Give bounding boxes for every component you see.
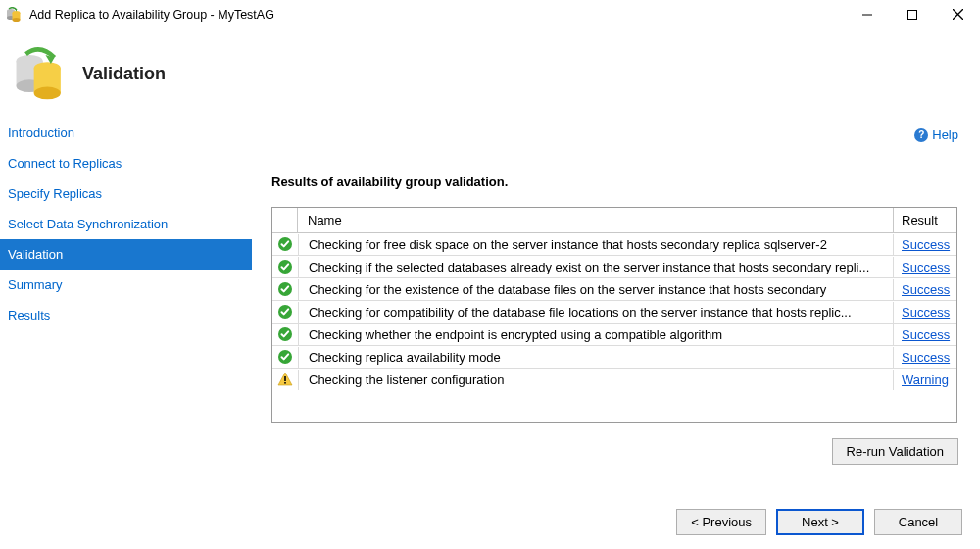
help-label: Help (932, 127, 958, 142)
sidebar-item-select-data-synchronization[interactable]: Select Data Synchronization (0, 209, 252, 239)
results-heading: Results of availability group validation… (271, 175, 962, 189)
table-row: Checking replica availability modeSucces… (272, 346, 956, 369)
page-title: Validation (82, 64, 166, 84)
svg-point-5 (13, 18, 21, 22)
validation-result-link[interactable]: Warning (894, 370, 956, 390)
table-row: Checking if the selected databases alrea… (272, 256, 956, 278)
grid-header: Name Result (272, 208, 956, 233)
success-icon (272, 324, 298, 345)
success-icon (272, 346, 298, 368)
maximize-button[interactable] (890, 0, 935, 29)
validation-result-link[interactable]: Success (894, 324, 956, 345)
wizard-main: ? Help Results of availability group val… (252, 118, 980, 490)
wizard-body: IntroductionConnect to ReplicasSpecify R… (0, 118, 980, 490)
success-icon (272, 256, 298, 277)
page-header: Validation (0, 29, 980, 118)
validation-rule-name: Checking if the selected databases alrea… (298, 257, 894, 277)
success-icon (272, 233, 298, 255)
grid-empty-space (272, 390, 956, 422)
sidebar-item-summary[interactable]: Summary (0, 270, 252, 300)
grid-header-result: Result (894, 208, 956, 232)
minimize-button[interactable] (845, 0, 890, 29)
validation-rule-name: Checking the listener configuration (298, 370, 894, 390)
success-icon (272, 278, 298, 300)
validation-rule-name: Checking replica availability mode (298, 347, 894, 368)
sidebar-item-introduction[interactable]: Introduction (0, 118, 252, 148)
rerun-validation-button[interactable]: Re-run Validation (832, 438, 958, 465)
validation-result-link[interactable]: Success (894, 302, 956, 323)
table-row: Checking for free disk space on the serv… (272, 233, 956, 256)
validation-result-link[interactable]: Success (894, 347, 956, 368)
sidebar-item-specify-replicas[interactable]: Specify Replicas (0, 178, 252, 209)
sidebar-item-connect-to-replicas[interactable]: Connect to Replicas (0, 148, 252, 178)
validation-rule-name: Checking for free disk space on the serv… (298, 234, 894, 255)
validation-rule-name: Checking for compatibility of the databa… (298, 302, 894, 323)
validation-result-link[interactable]: Success (894, 234, 956, 255)
window-title: Add Replica to Availability Group - MyTe… (29, 8, 845, 22)
validation-header-icon (12, 45, 69, 102)
warning-icon (272, 369, 298, 390)
previous-button[interactable]: < Previous (676, 509, 766, 535)
help-icon: ? (914, 128, 928, 142)
sidebar-item-validation[interactable]: Validation (0, 239, 252, 270)
close-button[interactable] (935, 0, 980, 29)
wizard-footer: < Previous Next > Cancel (676, 509, 962, 535)
svg-point-15 (34, 87, 61, 100)
validation-grid: Name Result Checking for free disk space… (271, 207, 957, 423)
table-row: Checking whether the endpoint is encrypt… (272, 324, 956, 346)
table-row: Checking for compatibility of the databa… (272, 301, 956, 324)
window-titlebar: Add Replica to Availability Group - MyTe… (0, 0, 980, 29)
table-row: Checking the listener configurationWarni… (272, 369, 956, 390)
validation-rule-name: Checking for the existence of the databa… (298, 279, 894, 300)
validation-rule-name: Checking whether the endpoint is encrypt… (298, 324, 894, 345)
svg-rect-23 (284, 382, 286, 384)
success-icon (272, 301, 298, 323)
svg-rect-22 (284, 376, 286, 381)
app-icon (6, 7, 22, 23)
grid-header-icon-col (272, 208, 298, 232)
next-button[interactable]: Next > (776, 509, 864, 535)
sidebar-item-results[interactable]: Results (0, 300, 252, 330)
table-row: Checking for the existence of the databa… (272, 278, 956, 301)
cancel-button[interactable]: Cancel (874, 509, 962, 535)
window-buttons (845, 0, 980, 29)
grid-header-name: Name (298, 208, 894, 232)
validation-result-link[interactable]: Success (894, 257, 956, 277)
wizard-sidebar: IntroductionConnect to ReplicasSpecify R… (0, 118, 252, 490)
validation-result-link[interactable]: Success (894, 279, 956, 300)
svg-rect-7 (908, 10, 917, 19)
help-link[interactable]: ? Help (914, 127, 958, 142)
